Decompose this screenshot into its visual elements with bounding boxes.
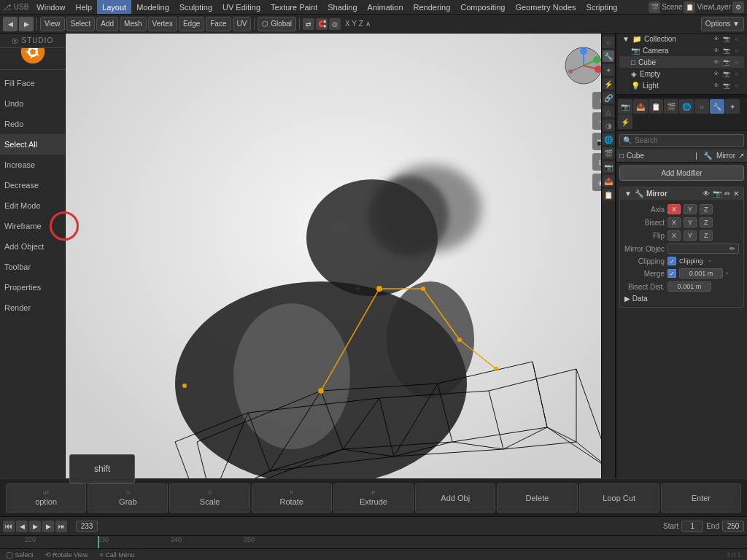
menu-window[interactable]: Window bbox=[31, 0, 70, 14]
render-props-icon[interactable]: 📷 bbox=[603, 161, 614, 173]
bisect-y-btn[interactable]: Y bbox=[684, 217, 697, 228]
add-obj-btn[interactable]: Add Obj bbox=[415, 483, 495, 513]
merge-value[interactable]: 0.001 m bbox=[679, 268, 723, 279]
collection-item[interactable]: ▼ 📁 Collection 👁 📷 ○ bbox=[619, 33, 744, 44]
mesh-btn[interactable]: Mesh bbox=[120, 17, 146, 31]
scene-props-icon[interactable]: 🎬 bbox=[603, 147, 614, 159]
camera-render-btn[interactable]: 📷 bbox=[722, 46, 731, 55]
empty-sel-btn[interactable]: ○ bbox=[732, 69, 741, 78]
option-btn[interactable]: alt option bbox=[6, 483, 86, 513]
mirror-eye-icon[interactable]: 👁 bbox=[703, 190, 710, 198]
axis-y-btn[interactable]: Y bbox=[684, 204, 697, 214]
scene-icon[interactable]: 🎬 bbox=[649, 1, 660, 13]
cube-sel-btn[interactable]: ○ bbox=[732, 58, 741, 66]
expand-panel-icon[interactable]: ↗ bbox=[738, 152, 744, 160]
wireframe-btn[interactable]: Wireframe bbox=[0, 216, 65, 236]
options-btn[interactable]: Options ▼ bbox=[701, 17, 744, 31]
object-data-icon[interactable]: △ bbox=[603, 106, 614, 117]
increase-btn[interactable]: Increase bbox=[0, 155, 65, 175]
bisect-dist-value[interactable]: 0.001 m bbox=[667, 281, 711, 292]
menu-shading[interactable]: Shading bbox=[322, 0, 362, 14]
transform-icon[interactable]: ⇄ bbox=[303, 18, 314, 30]
light-render-btn[interactable]: 📷 bbox=[722, 81, 731, 90]
start-frame[interactable]: 1 bbox=[681, 521, 703, 532]
material-icon[interactable]: ◑ bbox=[603, 120, 614, 131]
face-btn[interactable]: Face bbox=[206, 17, 231, 31]
menu-layout[interactable]: Layout bbox=[97, 0, 131, 14]
modifiers-icon[interactable]: 🔧 bbox=[603, 50, 614, 62]
cube-item[interactable]: □ Cube 👁 📷 ○ bbox=[619, 56, 744, 68]
cube-vis-btn[interactable]: 👁 bbox=[712, 58, 721, 66]
decrease-btn[interactable]: Decrease bbox=[0, 175, 65, 195]
properties-search[interactable]: 🔍 bbox=[619, 134, 744, 147]
collection-render-icon[interactable]: 📷 bbox=[722, 34, 731, 43]
light-item[interactable]: 💡 Light 👁 📷 ○ bbox=[619, 79, 744, 91]
loop-cut-btn[interactable]: Loop Cut bbox=[579, 483, 659, 513]
light-sel-btn[interactable]: ○ bbox=[732, 81, 741, 90]
physics-icon[interactable]: ⚡ bbox=[603, 78, 614, 90]
next-frame-icon[interactable]: ▶ bbox=[42, 521, 54, 532]
properties-btn[interactable]: Properties bbox=[0, 277, 65, 298]
search-input[interactable] bbox=[635, 136, 740, 144]
add-btn[interactable]: Add bbox=[96, 17, 118, 31]
camera-sel-btn[interactable]: ○ bbox=[732, 46, 741, 55]
empty-item[interactable]: ◈ Empty 👁 📷 ○ bbox=[619, 68, 744, 79]
view-btn[interactable]: View bbox=[40, 17, 65, 31]
data-row[interactable]: ▶ Data bbox=[624, 293, 739, 304]
menu-sculpting[interactable]: Sculpting bbox=[174, 0, 217, 14]
clipping-checkbox[interactable] bbox=[667, 257, 676, 265]
mirror-obj-field[interactable]: ✏ bbox=[667, 244, 739, 254]
world-icon[interactable]: 🌐 bbox=[603, 133, 614, 145]
particles-icon[interactable]: ✦ bbox=[603, 64, 614, 76]
flip-y-btn[interactable]: Y bbox=[684, 230, 697, 241]
view-layer-icon[interactable]: 📋 bbox=[684, 1, 695, 13]
scale-btn[interactable]: S Scale bbox=[169, 483, 249, 513]
add-modifier-btn[interactable]: Add Modifier bbox=[619, 166, 744, 181]
camera-item[interactable]: 📷 Camera 👁 📷 ○ bbox=[619, 44, 744, 56]
mirror-obj-edit-icon[interactable]: ✏ bbox=[729, 245, 735, 252]
menu-modeling[interactable]: Modeling bbox=[131, 0, 174, 14]
world-tab[interactable]: 🌐 bbox=[679, 99, 694, 114]
extrude-btn[interactable]: E Extrude bbox=[333, 483, 414, 513]
axis-x-btn[interactable]: X bbox=[667, 204, 681, 214]
axis-z-btn[interactable]: Z bbox=[700, 204, 713, 214]
merge-checkbox[interactable] bbox=[667, 269, 676, 278]
end-frame-icon[interactable]: ⏭ bbox=[55, 521, 67, 532]
particles-tab[interactable]: ✦ bbox=[725, 99, 740, 114]
back-icon[interactable]: ◀ bbox=[3, 17, 18, 31]
timeline-icon[interactable]: ⏮ bbox=[3, 521, 15, 532]
select-btn[interactable]: Select bbox=[66, 17, 96, 31]
modifier-tab[interactable]: 🔧 bbox=[710, 99, 724, 114]
menu-geometry-nodes[interactable]: Geometry Nodes bbox=[510, 0, 581, 14]
end-frame[interactable]: 250 bbox=[722, 521, 744, 532]
global-btn[interactable]: ⬡ Global bbox=[258, 17, 296, 31]
output-props-icon[interactable]: 📤 bbox=[603, 175, 614, 187]
constraints-icon[interactable]: 🔗 bbox=[603, 92, 614, 104]
enter-btn[interactable]: Enter bbox=[661, 483, 741, 513]
main-viewport[interactable]: + + − bbox=[66, 34, 616, 516]
render-tab[interactable]: 📷 bbox=[618, 99, 632, 114]
camera-vis-btn[interactable]: 👁 bbox=[712, 46, 721, 55]
menu-help[interactable]: Help bbox=[70, 0, 97, 14]
add-object-btn[interactable]: Add Object bbox=[0, 236, 65, 257]
edit-mode-btn[interactable]: Edit Mode bbox=[0, 195, 65, 216]
proportional-icon[interactable]: ◎ bbox=[329, 18, 341, 30]
bisect-x-btn[interactable]: X bbox=[667, 217, 681, 228]
flip-z-btn[interactable]: Z bbox=[700, 230, 713, 241]
snap-icon[interactable]: 🧲 bbox=[316, 18, 328, 30]
empty-vis-btn[interactable]: 👁 bbox=[712, 69, 721, 78]
undo-btn[interactable]: Undo bbox=[0, 93, 65, 114]
menu-animation[interactable]: Animation bbox=[363, 0, 409, 14]
light-vis-btn[interactable]: 👁 bbox=[712, 81, 721, 90]
physics-tab[interactable]: ⚡ bbox=[618, 114, 632, 129]
empty-render-btn[interactable]: 📷 bbox=[722, 69, 731, 78]
edge-btn[interactable]: Edge bbox=[179, 17, 204, 31]
collection-vis-icon[interactable]: 👁 bbox=[712, 34, 721, 43]
flip-x-btn[interactable]: X bbox=[667, 230, 681, 241]
mirror-edit-icon[interactable]: ✏ bbox=[724, 190, 730, 198]
bisect-z-btn[interactable]: Z bbox=[700, 217, 713, 228]
view-layer-props-icon[interactable]: 📋 bbox=[603, 189, 614, 201]
menu-uv-editing[interactable]: UV Editing bbox=[217, 0, 266, 14]
uv-btn[interactable]: UV bbox=[233, 17, 252, 31]
select-all-btn[interactable]: Select All bbox=[0, 134, 65, 155]
